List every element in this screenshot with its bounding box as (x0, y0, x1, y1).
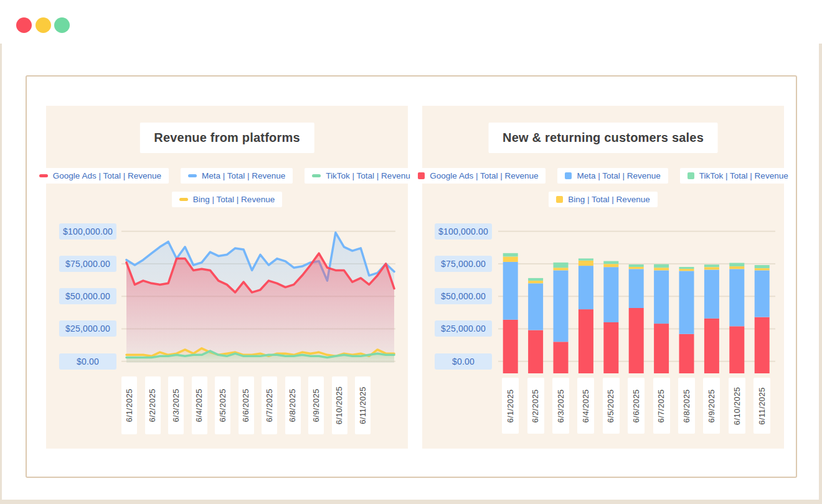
bar-segment-meta[interactable] (654, 270, 669, 324)
bar-segment-bing[interactable] (654, 268, 669, 270)
bar-segment-tiktok[interactable] (603, 261, 618, 264)
x-axis-label: 6/7/2025 (262, 376, 277, 434)
x-axis-label: 6/10/2025 (729, 378, 745, 434)
bar-segment-meta[interactable] (503, 262, 518, 320)
bar-segment-tiktok[interactable] (554, 263, 569, 268)
bar-segment-bing[interactable] (579, 261, 593, 266)
bar-segment-meta[interactable] (579, 266, 593, 309)
bar-segment-meta[interactable] (603, 267, 618, 322)
y-axis-label: $50,000.00 (59, 288, 116, 304)
y-axis-label: $100,000.00 (59, 223, 116, 240)
bar-segment-google-ads[interactable] (579, 309, 593, 373)
x-axis-label: 6/4/2025 (577, 378, 594, 434)
bar-segment-google-ads[interactable] (603, 322, 618, 373)
x-axis-label: 6/5/2025 (603, 378, 620, 434)
bar-segment-google-ads[interactable] (729, 326, 744, 373)
bar-segment-google-ads[interactable] (554, 342, 569, 373)
bar-segment-google-ads[interactable] (629, 308, 644, 373)
bar-segment-bing[interactable] (528, 281, 543, 283)
bar-segment-bing[interactable] (729, 266, 744, 269)
bar-segment-meta[interactable] (704, 269, 719, 318)
bar-segment-tiktok[interactable] (654, 264, 669, 268)
bar-segment-google-ads[interactable] (654, 324, 669, 373)
bar-segment-google-ads[interactable] (755, 317, 770, 373)
dashboard-frame: Revenue from platforms Google Ads | Tota… (26, 75, 797, 478)
window-minimize-button[interactable] (35, 17, 51, 33)
x-axis-label: 6/8/2025 (285, 376, 301, 434)
y-axis-label: $0.00 (435, 353, 492, 370)
bar-segment-tiktok[interactable] (755, 265, 770, 268)
bar-segment-meta[interactable] (554, 270, 569, 342)
page-edge-right (819, 44, 822, 504)
panel-revenue-from-platforms: Revenue from platforms Google Ads | Tota… (46, 106, 408, 449)
window-close-button[interactable] (16, 17, 32, 33)
x-axis-label: 6/11/2025 (754, 378, 770, 434)
bar-segment-bing[interactable] (679, 269, 694, 271)
x-axis-label: 6/1/2025 (121, 376, 137, 434)
bar-segment-bing[interactable] (603, 264, 618, 267)
y-axis-label: $100,000.00 (435, 223, 492, 240)
bar-segment-bing[interactable] (503, 257, 518, 262)
x-axis-label: 6/5/2025 (215, 376, 230, 434)
y-axis-label: $75,000.00 (435, 256, 492, 272)
app-window: { "window": { "dot_colors": { "close": "… (0, 0, 822, 504)
bar-segment-google-ads[interactable] (679, 334, 694, 373)
x-axis-label: 6/2/2025 (145, 376, 161, 434)
bar-segment-meta[interactable] (755, 270, 770, 317)
x-axis-label: 6/4/2025 (192, 376, 207, 434)
bar-segment-google-ads[interactable] (503, 320, 518, 373)
bar-segment-tiktok[interactable] (629, 264, 644, 267)
x-axis-label: 6/9/2025 (308, 376, 324, 434)
bar-segment-google-ads[interactable] (704, 319, 719, 373)
bar-segment-meta[interactable] (528, 283, 543, 330)
x-axis-label: 6/6/2025 (628, 378, 645, 434)
bar-segment-tiktok[interactable] (729, 263, 744, 267)
x-axis-label: 6/11/2025 (355, 376, 371, 434)
y-axis-label: $0.00 (59, 353, 116, 370)
x-axis-label: 6/2/2025 (527, 378, 544, 434)
x-axis-label: 6/7/2025 (653, 378, 670, 434)
bar-segment-meta[interactable] (679, 271, 694, 334)
y-axis-label: $50,000.00 (435, 288, 492, 304)
page-edge-bottom (0, 500, 822, 504)
x-axis-label: 6/3/2025 (552, 378, 569, 434)
bar-segment-meta[interactable] (729, 269, 744, 326)
bar-segment-tiktok[interactable] (679, 267, 694, 269)
y-axis-label: $25,000.00 (435, 320, 492, 337)
bar-segment-bing[interactable] (704, 267, 719, 269)
window-zoom-button[interactable] (54, 17, 70, 33)
x-axis-label: 6/8/2025 (678, 378, 695, 434)
bar-segment-google-ads[interactable] (528, 330, 543, 374)
x-axis-label: 6/9/2025 (703, 378, 720, 434)
bar-segment-tiktok[interactable] (579, 258, 593, 260)
bar-segment-meta[interactable] (629, 269, 644, 308)
bar-segment-bing[interactable] (554, 268, 569, 270)
y-axis-label: $75,000.00 (59, 256, 116, 272)
x-axis-label: 6/3/2025 (168, 376, 184, 434)
bar-segment-bing[interactable] (755, 268, 770, 270)
panel-new-returning-customers: New & returning customers sales Google A… (422, 106, 784, 449)
x-axis-label: 6/10/2025 (332, 376, 347, 434)
x-axis-label: 6/1/2025 (502, 378, 519, 434)
bar-segment-tiktok[interactable] (704, 264, 719, 267)
page-edge-left (0, 44, 2, 504)
x-axis-label: 6/6/2025 (239, 376, 254, 434)
y-axis-label: $25,000.00 (59, 320, 116, 337)
bar-segment-bing[interactable] (629, 267, 644, 269)
bar-segment-tiktok[interactable] (503, 253, 518, 257)
bar-segment-tiktok[interactable] (528, 278, 543, 281)
